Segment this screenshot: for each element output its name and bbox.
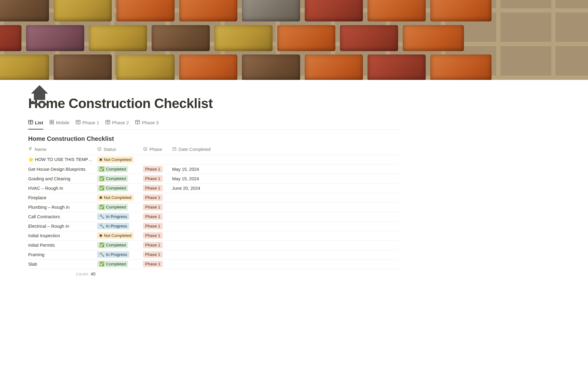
brick: [116, 0, 175, 21]
cell-phase[interactable]: Phase 1: [143, 185, 172, 191]
cell-status[interactable]: ✅Completed: [97, 185, 143, 191]
status-label: Not Completed: [104, 158, 131, 162]
cell-name[interactable]: Slab: [28, 262, 97, 267]
cell-phase[interactable]: Phase 1: [143, 213, 172, 220]
table-row[interactable]: Initial Permits✅CompletedPhase 1: [28, 241, 399, 250]
table-row[interactable]: Initial Inspection✖Not CompletedPhase 1: [28, 231, 399, 241]
brick: [340, 25, 398, 51]
brick: [152, 25, 210, 51]
cell-name[interactable]: Plumbing – Rough In: [28, 205, 97, 210]
cell-phase[interactable]: Phase 1: [143, 166, 172, 172]
brick: [368, 54, 426, 80]
status-label: Completed: [106, 186, 126, 190]
cell-name[interactable]: Electrical – Rough In: [28, 224, 97, 229]
table-footer-count[interactable]: COUNT 40: [28, 269, 399, 276]
cell-name[interactable]: Initial Permits: [28, 243, 97, 248]
cell-name[interactable]: ⭐ HOW TO USE THIS TEMPLATE ⭐: [28, 157, 97, 162]
cell-status[interactable]: ✅Completed: [97, 175, 143, 182]
table-row[interactable]: Framing🔨In ProgressPhase 1: [28, 250, 399, 260]
brick: [430, 0, 492, 21]
cell-phase[interactable]: Phase 1: [143, 261, 172, 267]
column-label: Date Completed: [179, 147, 211, 152]
cell-status[interactable]: 🔨In Progress: [97, 223, 143, 229]
brick: [277, 25, 335, 51]
cell-status[interactable]: 🔨In Progress: [97, 213, 143, 220]
column-label: Status: [104, 147, 116, 152]
column-header-phase[interactable]: Phase: [143, 147, 172, 152]
tab-phase1[interactable]: Phase 1: [76, 117, 99, 129]
column-header-status[interactable]: Status: [97, 147, 143, 152]
cell-name[interactable]: Call Contractors: [28, 214, 97, 219]
status-label: Completed: [106, 262, 126, 266]
cell-date[interactable]: June 20, 2024: [172, 186, 399, 191]
cell-name[interactable]: HVAC – Rough In: [28, 186, 97, 191]
phase-badge: Phase 1: [143, 204, 163, 210]
x-icon: ✖: [99, 234, 102, 238]
phase-badge: Phase 1: [143, 175, 163, 182]
brick: [179, 0, 237, 21]
cell-phase[interactable]: Phase 1: [143, 251, 172, 258]
cell-name[interactable]: Framing: [28, 252, 97, 257]
status-emoji-icon: 🔨: [99, 215, 104, 219]
cell-status[interactable]: ✖Not Completed: [97, 194, 143, 201]
cell-name[interactable]: Initial Inspection: [28, 233, 97, 238]
status-label: Not Completed: [104, 234, 131, 238]
brick: [368, 0, 426, 21]
table-row[interactable]: Call Contractors🔨In ProgressPhase 1: [28, 212, 399, 222]
column-header-date[interactable]: Date Completed: [172, 147, 399, 152]
brick: [26, 25, 84, 51]
cell-status[interactable]: ✅Completed: [97, 242, 143, 248]
cell-date[interactable]: May 15, 2024: [172, 176, 399, 181]
cell-phase[interactable]: Phase 1: [143, 175, 172, 182]
status-badge: 🔨In Progress: [97, 213, 129, 220]
table-row[interactable]: ⭐ HOW TO USE THIS TEMPLATE ⭐✖Not Complet…: [28, 155, 399, 165]
cell-status[interactable]: ✅Completed: [97, 204, 143, 210]
database-title[interactable]: Home Construction Checklist: [28, 135, 399, 142]
table-row[interactable]: Slab✅CompletedPhase 1: [28, 260, 399, 269]
brick: [0, 0, 49, 21]
cell-phase[interactable]: Phase 1: [143, 194, 172, 201]
cell-phase[interactable]: Phase 1: [143, 204, 172, 210]
brick: [214, 25, 273, 51]
cell-name[interactable]: Get House Design Blueprints: [28, 167, 97, 172]
tab-list[interactable]: List: [28, 117, 43, 129]
table-row[interactable]: Electrical – Rough In🔨In ProgressPhase 1: [28, 222, 399, 231]
svg-rect-2: [173, 148, 176, 151]
cell-status[interactable]: ✅Completed: [97, 261, 143, 267]
select-property-icon: [97, 147, 102, 152]
brick: [0, 54, 49, 80]
cell-phase[interactable]: Phase 1: [143, 232, 172, 239]
status-emoji-icon: ✅: [99, 177, 104, 181]
table-row[interactable]: HVAC – Rough In✅CompletedPhase 1June 20,…: [28, 184, 399, 193]
brick: [305, 0, 363, 21]
cell-status[interactable]: ✖Not Completed: [97, 156, 143, 163]
cell-name[interactable]: Grading and Clearing: [28, 176, 97, 181]
status-emoji-icon: ✅: [99, 262, 104, 266]
tab-phase3[interactable]: Phase 3: [135, 117, 159, 129]
status-badge: ✅Completed: [97, 175, 128, 182]
status-badge: ✅Completed: [97, 166, 128, 172]
table-row[interactable]: Plumbing – Rough In✅CompletedPhase 1: [28, 203, 399, 212]
cell-status[interactable]: ✖Not Completed: [97, 232, 143, 239]
svg-point-0: [98, 147, 101, 151]
cell-date[interactable]: May 15, 2024: [172, 167, 399, 172]
select-property-icon: [143, 147, 148, 152]
page-icon-house-flood[interactable]: [28, 83, 51, 106]
cell-status[interactable]: 🔨In Progress: [97, 251, 143, 258]
tab-phase2[interactable]: Phase 2: [105, 117, 129, 129]
column-header-name[interactable]: Name: [28, 147, 97, 152]
cell-phase[interactable]: Phase 1: [143, 242, 172, 248]
tab-mobile[interactable]: Mobile: [49, 117, 70, 129]
cell-status[interactable]: ✅Completed: [97, 166, 143, 172]
status-badge: ✖Not Completed: [97, 232, 134, 239]
tab-label: Phase 1: [82, 120, 99, 125]
table-row[interactable]: Grading and Clearing✅CompletedPhase 1May…: [28, 174, 399, 184]
status-badge: ✅Completed: [97, 242, 128, 248]
table-row[interactable]: Get House Design Blueprints✅CompletedPha…: [28, 165, 399, 174]
phase-badge: Phase 1: [143, 232, 163, 239]
cell-name[interactable]: Fireplace: [28, 195, 97, 200]
board-view-icon: [49, 120, 54, 125]
status-label: Completed: [106, 177, 126, 181]
cell-phase[interactable]: Phase 1: [143, 223, 172, 229]
table-row[interactable]: Fireplace✖Not CompletedPhase 1: [28, 193, 399, 203]
